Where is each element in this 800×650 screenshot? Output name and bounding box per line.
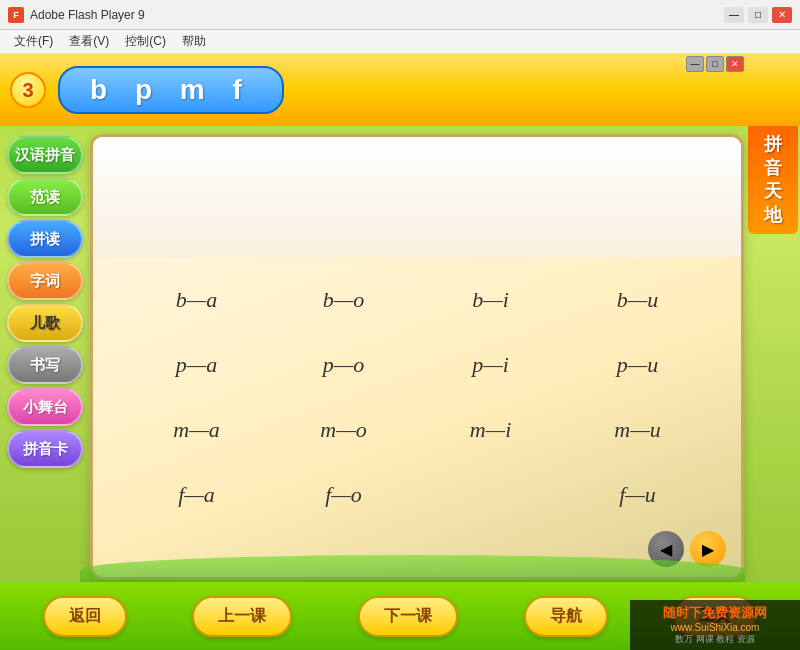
syllable-0[interactable]: b—a — [176, 287, 218, 313]
sidebar-btn-3[interactable]: 字词 — [7, 262, 83, 300]
syllable-2[interactable]: b—i — [472, 287, 509, 313]
watermark-subtitle: 数万 网课 教程 资源 — [675, 633, 755, 646]
flash-window-controls: — □ ✕ — [686, 56, 744, 72]
syllable-13[interactable]: f—o — [325, 482, 362, 508]
flash-minimize[interactable]: — — [686, 56, 704, 72]
syllable-5[interactable]: p—o — [323, 352, 365, 378]
menu-item-帮助[interactable]: 帮助 — [174, 33, 214, 50]
bottom-btn-下一课[interactable]: 下一课 — [358, 596, 458, 637]
syllable-9[interactable]: m—o — [320, 417, 366, 443]
sidebar-btn-6[interactable]: 小舞台 — [7, 388, 83, 426]
sidebar-btn-7[interactable]: 拼音卡 — [7, 430, 83, 468]
watermark: 随时下免费资源网 www.SuiShiXia.com 数万 网课 教程 资源 — [630, 600, 800, 650]
sidebar-btn-0[interactable]: 汉语拼音 — [7, 136, 83, 174]
window-controls: — □ ✕ — [724, 7, 792, 23]
syllable-12[interactable]: f—a — [178, 482, 215, 508]
flash-maximize[interactable]: □ — [706, 56, 724, 72]
syllable-grid: b—ab—ob—ib—up—ap—op—ip—um—am—om—im—uf—af… — [123, 267, 711, 527]
syllable-7[interactable]: p—u — [617, 352, 659, 378]
window-title: Adobe Flash Player 9 — [30, 8, 724, 22]
card-white-area — [93, 137, 741, 257]
bottom-btn-导航[interactable]: 导航 — [524, 596, 608, 637]
sidebar-btn-1[interactable]: 范读 — [7, 178, 83, 216]
sidebar: 汉语拼音范读拼读字词儿歌书写小舞台拼音卡 — [0, 126, 90, 650]
lesson-title: b p m f — [58, 66, 284, 114]
syllable-6[interactable]: p—i — [472, 352, 509, 378]
sidebar-btn-5[interactable]: 书写 — [7, 346, 83, 384]
sidebar-btn-2[interactable]: 拼读 — [7, 220, 83, 258]
watermark-title: 随时下免费资源网 — [663, 604, 767, 622]
watermark-url: www.SuiShiXia.com — [671, 622, 760, 633]
maximize-button[interactable]: □ — [748, 7, 768, 23]
menu-item-查看(V)[interactable]: 查看(V) — [61, 33, 117, 50]
main-card: b—ab—ob—ib—up—ap—op—ip—um—am—om—im—uf—af… — [90, 134, 744, 580]
lesson-number: 3 — [10, 72, 46, 108]
grass-decoration — [80, 555, 745, 585]
syllable-11[interactable]: m—u — [614, 417, 660, 443]
flash-content: 3 b p m f — □ ✕ u n s 拼 音 天 地 汉语拼音范读拼读字词… — [0, 54, 800, 650]
app-icon: F — [8, 7, 24, 23]
bottom-btn-上一课[interactable]: 上一课 — [192, 596, 292, 637]
pinyin-tiandi: 拼 音 天 地 — [748, 126, 798, 234]
sidebar-btn-4[interactable]: 儿歌 — [7, 304, 83, 342]
menu-bar: 文件(F)查看(V)控制(C)帮助 — [0, 30, 800, 54]
title-bar: F Adobe Flash Player 9 — □ ✕ — [0, 0, 800, 30]
syllable-3[interactable]: b—u — [617, 287, 659, 313]
syllable-1[interactable]: b—o — [323, 287, 365, 313]
top-bar: 3 b p m f — [0, 54, 800, 126]
minimize-button[interactable]: — — [724, 7, 744, 23]
syllable-8[interactable]: m—a — [173, 417, 219, 443]
syllable-15[interactable]: f—u — [619, 482, 656, 508]
close-button[interactable]: ✕ — [772, 7, 792, 23]
syllable-10[interactable]: m—i — [470, 417, 512, 443]
syllable-4[interactable]: p—a — [176, 352, 218, 378]
menu-item-控制(C)[interactable]: 控制(C) — [117, 33, 174, 50]
bottom-btn-返回[interactable]: 返回 — [43, 596, 127, 637]
flash-close[interactable]: ✕ — [726, 56, 744, 72]
menu-item-文件(F)[interactable]: 文件(F) — [6, 33, 61, 50]
